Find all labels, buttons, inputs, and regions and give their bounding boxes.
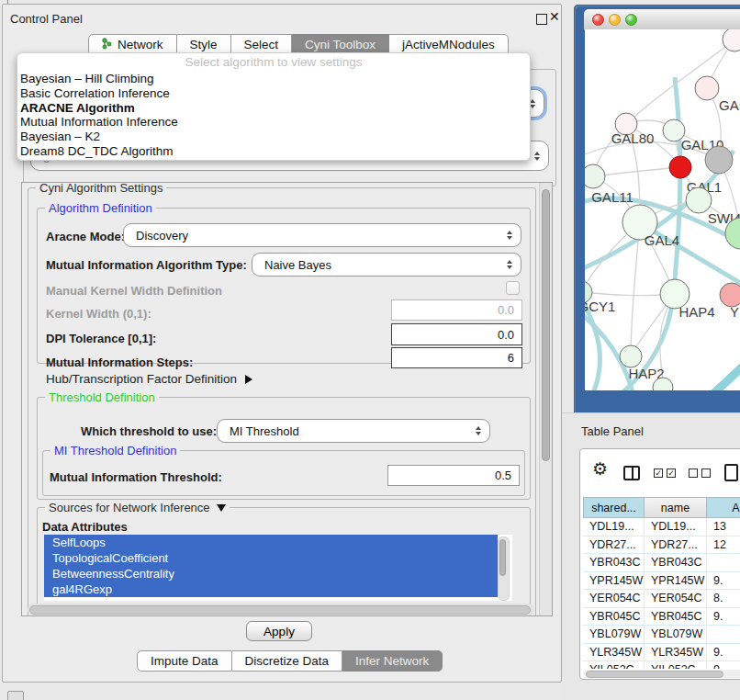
field-value: 0.0 xyxy=(498,303,514,317)
attribute-item[interactable]: SelfLoops xyxy=(44,535,498,550)
table-cell: YER054C xyxy=(645,590,707,608)
column-header-name[interactable]: name xyxy=(645,497,707,518)
group-title: Threshold Definition xyxy=(45,390,159,404)
network-node[interactable] xyxy=(705,146,733,174)
network-node[interactable] xyxy=(695,76,719,100)
tab-discretize-data[interactable]: Discretize Data xyxy=(232,650,343,672)
cyni-mode-tabs: Impute Data Discretize Data Infer Networ… xyxy=(137,650,443,672)
pane-horizontal-scrollbar[interactable] xyxy=(28,604,534,615)
network-node[interactable] xyxy=(620,345,642,367)
algorithm-option[interactable]: Dream8 DC_TDC Algorithm xyxy=(17,144,530,159)
tab-infer-network[interactable]: Infer Network xyxy=(342,650,443,672)
mi-algorithm-type-combo[interactable]: Naive Bayes xyxy=(252,253,521,277)
table-row[interactable]: YBR043CYBR043C xyxy=(583,554,740,572)
pane-vertical-scrollbar[interactable] xyxy=(539,183,552,615)
table-row[interactable]: YDL19...YDL19...13 xyxy=(583,518,740,536)
window-minimize-icon[interactable] xyxy=(609,14,621,26)
algorithm-option[interactable]: Basic Correlation Inference xyxy=(17,86,530,101)
group-title: Algorithm Definition xyxy=(45,201,156,215)
network-node-label: GAL xyxy=(719,97,740,113)
dropdown-prompt: Select algorithm to view settings xyxy=(17,53,530,72)
expand-right-icon xyxy=(245,375,252,384)
table-row[interactable]: YER054CYER054C8. xyxy=(583,590,740,608)
network-node-label: HAP4 xyxy=(678,304,714,320)
table-cell: 13 xyxy=(707,518,740,536)
aracne-mode-combo[interactable]: Discovery xyxy=(123,223,521,247)
window-close-icon[interactable] xyxy=(592,14,604,26)
list-vertical-scrollbar[interactable] xyxy=(498,536,510,601)
algorithm-option[interactable]: Bayesian – Hill Climbing xyxy=(17,72,530,86)
desktop: Control Panel ✕ Network Style Select Cyn… xyxy=(0,0,740,700)
table-header-row: shared... name A xyxy=(583,497,740,518)
attribute-item[interactable]: gal4RGexp xyxy=(44,581,498,597)
network-node-label: GCY1 xyxy=(585,299,615,314)
table-horizontal-scrollbar[interactable] xyxy=(584,670,740,678)
table-cell: YBR043C xyxy=(583,554,645,572)
network-node[interactable] xyxy=(723,29,740,51)
attribute-item[interactable]: BetweennessCentrality xyxy=(44,566,498,581)
close-icon[interactable]: ✕ xyxy=(549,8,560,25)
table-row[interactable]: YPR145WYPR145W9. xyxy=(583,572,740,591)
algorithm-list: Bayesian – Hill ClimbingBasic Correlatio… xyxy=(17,72,530,159)
dpi-tolerance-label: DPI Tolerance [0,1]: xyxy=(46,332,156,345)
which-threshold-combo[interactable]: MI Threshold xyxy=(217,419,490,443)
apply-button[interactable]: Apply xyxy=(246,621,312,641)
field-value: 0.5 xyxy=(495,469,511,482)
hide-columns-icon[interactable] xyxy=(689,469,711,478)
settings-gear-icon[interactable]: ⚙ xyxy=(592,460,608,479)
network-canvas[interactable]: GALGAL80GAL10GAL1GAL11SWI4GAL4GCY1HAP4YH… xyxy=(585,29,740,390)
apply-label: Apply xyxy=(263,625,295,638)
column-header-next[interactable]: A xyxy=(707,497,740,518)
manual-kernel-width-checkbox[interactable] xyxy=(506,281,520,295)
network-node[interactable] xyxy=(669,156,691,178)
dpi-tolerance-field[interactable]: 0.0 xyxy=(391,323,522,345)
combo-stepper-icon xyxy=(476,426,481,435)
network-node-label: GAL80 xyxy=(611,130,655,146)
table-cell: YIL052C xyxy=(645,661,707,669)
collapse-down-icon xyxy=(217,504,226,512)
table-row[interactable]: YDR27...YDR27...12 xyxy=(583,536,740,555)
show-columns-icon[interactable]: ✓✓ xyxy=(654,469,676,478)
panel-title: Control Panel xyxy=(10,12,83,26)
table-cell: YIL052C xyxy=(583,661,645,669)
table-cell: YBL079W xyxy=(583,626,645,644)
algorithm-option[interactable]: Mutual Information Inference xyxy=(17,115,530,130)
export-table-icon[interactable] xyxy=(724,464,738,481)
table-row[interactable]: YIL052CYIL052C9 xyxy=(583,661,740,669)
table-row[interactable]: YBR045CYBR045C9. xyxy=(583,608,740,627)
algorithm-option[interactable]: Bayesian – K2 xyxy=(17,130,530,144)
docked-panel-icon[interactable] xyxy=(7,691,24,700)
sources-title[interactable]: Sources for Network Inference xyxy=(45,501,230,514)
algorithm-option[interactable]: ARACNE Algorithm xyxy=(17,101,530,116)
tab-label: Discretize Data xyxy=(245,654,330,668)
split-panel-icon[interactable] xyxy=(623,466,640,480)
mi-threshold-label: Mutual Information Threshold: xyxy=(50,470,222,484)
network-window-titlebar[interactable] xyxy=(584,9,740,30)
table-row[interactable]: YLR345WYLR345W9. xyxy=(583,644,740,662)
table-cell: YLR345W xyxy=(583,644,645,662)
tab-label: Style xyxy=(190,38,218,51)
which-threshold-label: Which threshold to use: xyxy=(81,424,217,438)
float-panel-icon[interactable] xyxy=(536,14,547,25)
column-header-shared-name[interactable]: shared... xyxy=(583,497,645,518)
network-node[interactable] xyxy=(585,164,605,188)
network-node[interactable] xyxy=(686,187,712,213)
group-title: Cyni Algorithm Settings xyxy=(36,182,166,195)
mi-threshold-field[interactable]: 0.5 xyxy=(387,465,520,486)
window-zoom-icon[interactable] xyxy=(625,14,637,26)
tab-impute-data[interactable]: Impute Data xyxy=(137,650,232,672)
table-cell: 8. xyxy=(707,590,740,608)
mi-steps-field[interactable]: 6 xyxy=(391,347,522,368)
table-cell: YDR27... xyxy=(645,536,707,555)
attribute-item[interactable]: TopologicalCoefficient xyxy=(44,550,498,566)
kernel-width-field[interactable]: 0.0 xyxy=(391,299,522,321)
combo-stepper-icon xyxy=(534,152,540,161)
table-row[interactable]: YBL079WYBL079W xyxy=(583,626,740,644)
cyni-settings-pane: Cyni Algorithm Settings Algorithm Defini… xyxy=(21,182,553,616)
tab-label: jActiveMNodules xyxy=(402,38,495,51)
hub-definition-toggle[interactable]: Hub/Transcription Factor Definition xyxy=(46,372,252,386)
combo-value: MI Threshold xyxy=(230,424,299,438)
network-node-label: GAL4 xyxy=(645,232,679,248)
network-view-window[interactable]: GALGAL80GAL10GAL1GAL11SWI4GAL4GCY1HAP4YH… xyxy=(574,5,740,413)
table-cell: YBR045C xyxy=(645,608,707,627)
